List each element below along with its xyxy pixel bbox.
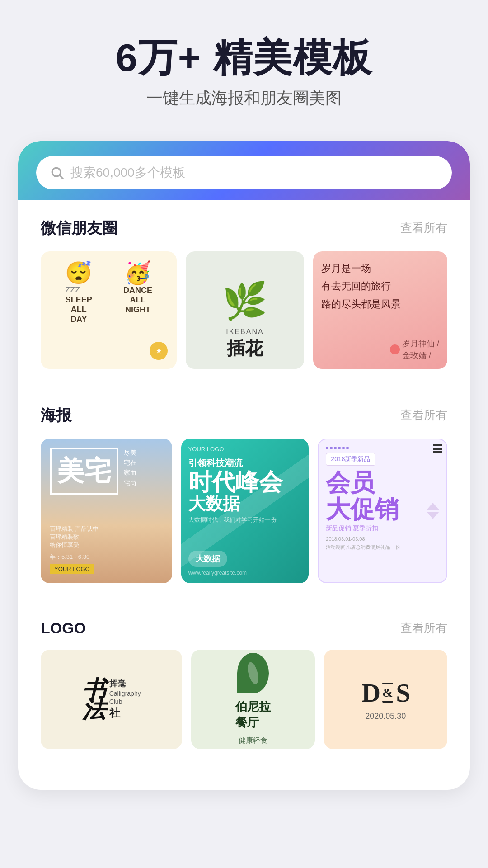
poster-card-data[interactable]: YOUR LOGO 引领科技潮流 时代峰会 大数据 大数据时代，我们对学习开始一… xyxy=(181,439,309,583)
poster-view-all[interactable]: 查看所有 xyxy=(400,407,447,423)
travel-dot xyxy=(390,344,400,354)
ds-date: 2020.05.30 xyxy=(365,712,406,721)
calli-cn-fa: 法 xyxy=(82,698,106,721)
leaf-inner xyxy=(246,661,260,685)
travel-line2: 有去无回的旅行 xyxy=(321,280,391,292)
calli-en1: Calligraphy xyxy=(109,689,141,698)
logo-section: LOGO 查看所有 书 法 挥毫 Calligraphy Club 社 xyxy=(18,601,470,754)
logo-section-title: LOGO xyxy=(41,619,86,637)
wechat-cards-row: 😴 zzz SLEEPALLDAY 🥳 DANCEALLNIGHT ★ 🌿 IK… xyxy=(41,251,447,369)
travel-text-main: 岁月是一场 有去无回的旅行 路的尽头都是风景 xyxy=(321,259,439,313)
hero-subtitle: 一键生成海报和朋友圈美图 xyxy=(27,87,461,109)
hero-section: 6万+ 精美模板 一键生成海报和朋友圈美图 xyxy=(0,0,488,127)
arrow-down-icon xyxy=(427,512,439,519)
promo-title1: 会员 xyxy=(326,469,375,496)
app-card: 搜索60,000多个模板 微信朋友圈 查看所有 😴 zzz SLEEPALLDA… xyxy=(18,141,470,790)
promo-title2: 大促销 xyxy=(326,495,399,523)
meizhai-date: 年：5.31 - 6.30 xyxy=(50,553,163,561)
wechat-section-header: 微信朋友圈 查看所有 xyxy=(41,218,447,239)
wechat-section-title: 微信朋友圈 xyxy=(41,218,117,239)
poster-section-title: 海报 xyxy=(41,405,71,426)
promo-badge: 2018新季新品 xyxy=(326,453,375,466)
promo-info1: 2018.03.01-03.08 xyxy=(326,536,365,542)
sleep-badge: ★ xyxy=(150,342,168,360)
zzz-text: zzz xyxy=(65,283,80,295)
ikebana-text-cn: 插花 xyxy=(227,336,263,361)
poster-card-meizhai[interactable]: 美宅 尽美宅在家而宅尚 百坪精装 产品认中 百坪精装致给你恒享受 年：5.31 … xyxy=(41,439,172,583)
logo-cards-row: 书 法 挥毫 Calligraphy Club 社 伯尼拉 餐厅 xyxy=(41,650,447,749)
promo-deco-line xyxy=(433,444,442,453)
poster-cards-row: 美宅 尽美宅在家而宅尚 百坪精装 产品认中 百坪精装致给你恒享受 年：5.31 … xyxy=(41,439,447,583)
poster-section: 海报 查看所有 美宅 尽美宅在家而宅尚 百坪精装 产品认中 百坪精装致给你恒享受… xyxy=(18,387,470,588)
travel-author2: 金玫嫱 / xyxy=(402,350,439,361)
promo-info2: 活动期间凡店总消费满足礼品一份 xyxy=(326,544,400,550)
data-bottom: 大数据 www.reallygreatsite.com xyxy=(188,551,302,576)
ds-logo-text: D xyxy=(361,678,380,708)
search-box[interactable]: 搜索60,000多个模板 xyxy=(36,156,452,189)
arrow-up-icon xyxy=(427,503,439,510)
meizhai-title: 美宅 xyxy=(50,448,118,495)
character-sleep: 😴 zzz SLEEPALLDAY xyxy=(65,260,92,325)
wechat-card-sleep-dance[interactable]: 😴 zzz SLEEPALLDAY 🥳 DANCEALLNIGHT ★ xyxy=(41,251,177,369)
wechat-card-travel[interactable]: 岁月是一场 有去无回的旅行 路的尽头都是风景 岁月神仙 / 金玫嫱 / xyxy=(313,251,447,369)
gradient-header: 搜索60,000多个模板 xyxy=(18,141,470,200)
sleep-dance-top: 😴 zzz SLEEPALLDAY 🥳 DANCEALLNIGHT xyxy=(50,260,168,325)
search-placeholder: 搜索60,000多个模板 xyxy=(70,164,185,181)
meizhai-tagline: 百坪精装 产品认中 xyxy=(50,525,163,533)
restaurant-sub: 健康轻食 xyxy=(239,736,267,745)
travel-line3: 路的尽头都是风景 xyxy=(321,298,401,310)
ikebana-text-en: IKEBANA xyxy=(226,328,263,336)
calligraphy-en-group: 挥毫 Calligraphy Club 社 xyxy=(109,679,141,720)
promo-dots-top xyxy=(326,447,439,449)
travel-line1: 岁月是一场 xyxy=(321,263,371,274)
meizhai-sub: 百坪精装致给你恒享受 xyxy=(50,533,163,549)
poster-section-header: 海报 查看所有 xyxy=(41,405,447,426)
calligraphy-cn-group: 书 法 xyxy=(82,678,106,721)
restaurant-name: 伯尼拉 餐厅 xyxy=(235,699,271,731)
character-dance: 🥳 DANCEALLNIGHT xyxy=(123,260,152,315)
promo-title: 会员 大促销 xyxy=(326,469,439,523)
big-data-tag: 大数据 xyxy=(188,551,227,567)
wechat-card-ikebana[interactable]: 🌿 IKEBANA 插花 xyxy=(186,251,304,369)
restaurant-leaf-icon xyxy=(237,653,269,693)
dance-emoji: 🥳 xyxy=(124,260,151,286)
logo-card-restaurant[interactable]: 伯尼拉 餐厅 健康轻食 xyxy=(191,650,314,749)
logo-card-calligraphy[interactable]: 书 法 挥毫 Calligraphy Club 社 xyxy=(41,650,182,749)
calli-en2: Club xyxy=(109,698,141,706)
logo-section-header: LOGO 查看所有 xyxy=(41,619,447,637)
ds-s: S xyxy=(396,678,409,708)
ds-logo-group: D & S xyxy=(361,678,409,708)
poster-card-promo[interactable]: 2018新季新品 会员 大促销 新品促销 夏季折扣 2018.03.01-03.… xyxy=(318,439,447,583)
wechat-view-all[interactable]: 查看所有 xyxy=(400,220,447,236)
meizhai-desc: 尽美宅在家而宅尚 xyxy=(124,448,136,488)
wechat-section: 微信朋友圈 查看所有 😴 zzz SLEEPALLDAY 🥳 DANCEALLN… xyxy=(18,200,470,373)
search-icon xyxy=(50,165,64,180)
meizhai-bottom: 百坪精装 产品认中 百坪精装致给你恒享受 年：5.31 - 6.30 YOUR … xyxy=(50,525,163,574)
hero-title: 6万+ 精美模板 xyxy=(27,36,461,79)
travel-author1: 岁月神仙 / xyxy=(402,338,439,349)
travel-bottom: 岁月神仙 / 金玫嫱 / xyxy=(321,338,439,361)
promo-arrows xyxy=(427,501,439,521)
ds-ampersand-col: & xyxy=(382,683,393,703)
calli-hui: 挥毫 xyxy=(109,679,141,689)
promo-info: 2018.03.01-03.08 活动期间凡店总消费满足礼品一份 xyxy=(326,535,439,551)
calli-she: 社 xyxy=(109,706,141,720)
yourlogo-badge: YOUR LOGO xyxy=(50,564,94,574)
logo-card-ds[interactable]: D & S 2020.05.30 xyxy=(324,650,447,749)
sleep-text: SLEEPALLDAY xyxy=(66,295,92,325)
sleep-emoji: 😴 xyxy=(65,260,92,286)
data-website: www.reallygreatsite.com xyxy=(188,570,302,576)
promo-sub: 新品促销 夏季折扣 xyxy=(326,524,439,533)
logo-view-all[interactable]: 查看所有 xyxy=(400,620,447,636)
dance-text: DANCEALLNIGHT xyxy=(123,286,152,315)
svg-line-1 xyxy=(60,175,63,179)
